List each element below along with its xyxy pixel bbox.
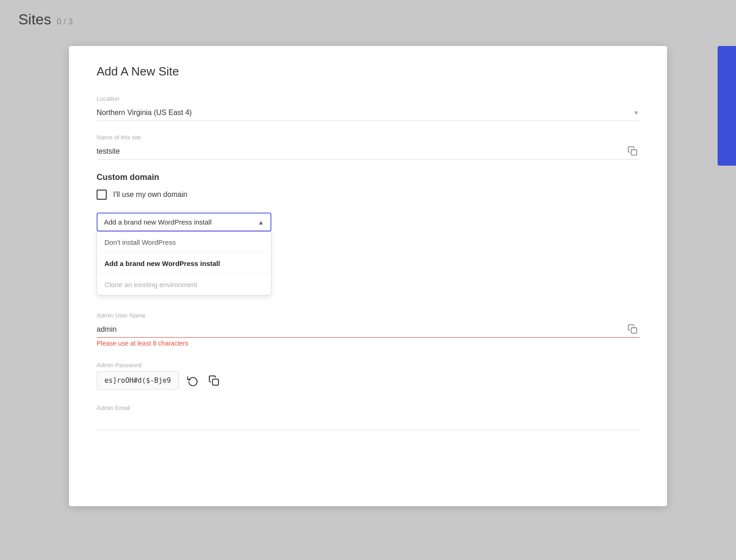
chevron-down-icon: ▼ (633, 109, 639, 116)
custom-domain-title: Custom domain (97, 173, 639, 182)
add-site-modal: Add A New Site Location Northern Virgini… (69, 46, 667, 506)
admin-user-error: Please use at least 8 characters (97, 340, 639, 347)
admin-user-copy-button[interactable] (626, 322, 639, 337)
own-domain-row: I'll use my own domain (97, 190, 639, 200)
wp-option-add-new[interactable]: Add a brand new WordPress install (97, 253, 271, 274)
page-counter: 0 / 3 (57, 17, 73, 27)
copy-icon (627, 324, 638, 334)
location-value: Northern Virginia (US East 4) (97, 109, 633, 117)
admin-email-input-wrap (97, 414, 639, 430)
wordpress-dropdown-trigger[interactable]: Add a brand new WordPress install ▲ (97, 213, 271, 231)
site-name-input[interactable] (97, 144, 626, 159)
site-name-field-group: Name of this site (97, 134, 639, 160)
svg-rect-1 (631, 328, 637, 333)
own-domain-checkbox[interactable] (97, 190, 107, 200)
accent-strip (718, 46, 736, 166)
wordpress-dropdown-menu: Don't install WordPress Add a brand new … (97, 231, 271, 295)
refresh-icon (187, 375, 198, 386)
custom-domain-group: Custom domain I'll use my own domain (97, 173, 639, 200)
admin-user-input-wrap (97, 322, 639, 338)
page-title: Sites (18, 11, 51, 28)
admin-email-label: Admin Email (97, 404, 639, 411)
admin-password-value: es]roOH#d($-Bje9 (97, 371, 179, 390)
admin-password-label: Admin Password (97, 362, 639, 369)
modal-title: Add A New Site (97, 64, 639, 79)
admin-email-input[interactable] (97, 414, 639, 430)
clipboard-icon (208, 375, 219, 386)
chevron-up-icon: ▲ (258, 219, 264, 226)
svg-rect-0 (631, 150, 637, 155)
own-domain-label: I'll use my own domain (113, 191, 187, 199)
admin-password-wrap: es]roOH#d($-Bje9 (97, 371, 639, 390)
svg-rect-2 (213, 379, 218, 385)
site-name-copy-button[interactable] (626, 144, 639, 159)
location-dropdown[interactable]: Northern Virginia (US East 4) ▼ (97, 105, 639, 121)
location-field-group: Location Northern Virginia (US East 4) ▼ (97, 95, 639, 121)
wordpress-dropdown-selected-text: Add a brand new WordPress install (104, 218, 212, 226)
admin-user-label: Admin User Name (97, 312, 639, 319)
admin-password-group: Admin Password es]roOH#d($-Bje9 (97, 362, 639, 390)
admin-user-group: Admin User Name Please use at least 8 ch… (97, 312, 639, 347)
admin-email-group: Admin Email (97, 404, 639, 430)
site-name-input-wrap (97, 144, 639, 160)
regenerate-password-button[interactable] (185, 373, 200, 388)
admin-user-input[interactable] (97, 322, 626, 337)
location-label: Location (97, 95, 639, 102)
wp-option-dont-install[interactable]: Don't install WordPress (97, 232, 271, 253)
wordpress-install-group: Add a brand new WordPress install ▲ Don'… (97, 213, 639, 231)
wp-option-clone: Clone an existing environment (97, 274, 271, 295)
site-name-label: Name of this site (97, 134, 639, 141)
copy-password-button[interactable] (207, 373, 221, 388)
copy-icon (627, 146, 638, 156)
